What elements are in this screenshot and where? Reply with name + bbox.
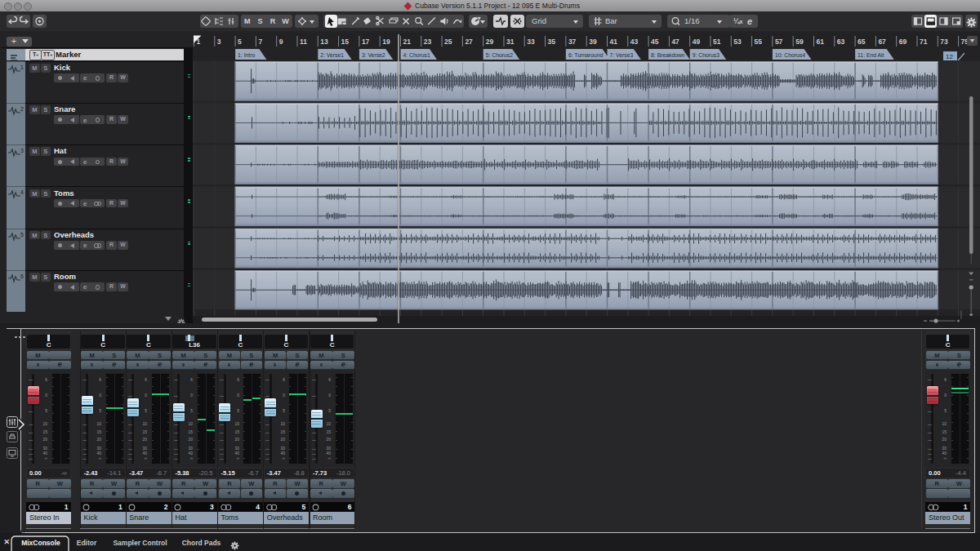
svg-text:11: End Alt: 11: End Alt [858,52,884,58]
svg-text:29: 29 [486,38,494,46]
svg-text:4: Chorus1: 4: Chorus1 [403,52,430,58]
svg-text:43: 43 [630,38,639,46]
svg-text:71: 71 [920,38,928,46]
svg-text:1: Intro: 1: Intro [238,52,255,58]
svg-text:45: 45 [651,38,659,46]
svg-text:11: 11 [300,38,307,46]
svg-text:25: 25 [444,38,452,46]
svg-text:13: 13 [320,38,328,46]
svg-text:53: 53 [733,38,742,46]
svg-text:49: 49 [693,38,701,46]
svg-text:65: 65 [858,38,866,46]
svg-text:41: 41 [610,38,618,46]
svg-text:9: 9 [279,38,283,46]
svg-text:5: 5 [238,38,242,46]
svg-text:19: 19 [382,38,390,46]
svg-text:63: 63 [837,38,845,46]
svg-text:31: 31 [506,38,514,46]
svg-text:67: 67 [878,38,886,46]
svg-text:3: 3 [217,38,221,46]
svg-text:6: Turnaround: 6: Turnaround [568,52,604,58]
svg-text:33: 33 [527,38,535,46]
svg-text:21: 21 [403,38,412,46]
svg-text:5: Chorus2: 5: Chorus2 [486,52,513,58]
svg-text:59: 59 [795,38,804,46]
svg-text:23: 23 [424,38,432,46]
svg-text:7: 7 [258,38,262,46]
svg-text:10: Chorus4: 10: Chorus4 [775,52,805,58]
svg-text:2: Verse1: 2: Verse1 [320,52,344,58]
svg-text:47: 47 [671,38,679,46]
svg-text:55: 55 [755,38,763,46]
svg-text:35: 35 [548,38,556,46]
svg-text:69: 69 [899,38,907,46]
svg-text:39: 39 [589,38,597,46]
svg-text:8: Breakdown: 8: Breakdown [651,52,685,58]
svg-text:9: Chorus3: 9: Chorus3 [693,52,719,58]
svg-text:57: 57 [775,38,783,46]
svg-text:37: 37 [568,38,577,46]
svg-text:3: Verse2: 3: Verse2 [362,52,385,58]
svg-text:17: 17 [362,38,370,46]
svg-text:51: 51 [713,38,721,46]
svg-text:27: 27 [465,38,473,46]
svg-text:73: 73 [940,38,948,46]
svg-text:61: 61 [817,38,825,46]
svg-text:12: 12 [946,53,953,60]
svg-text:7: Verse3: 7: Verse3 [610,52,634,58]
svg-text:15: 15 [341,38,350,46]
